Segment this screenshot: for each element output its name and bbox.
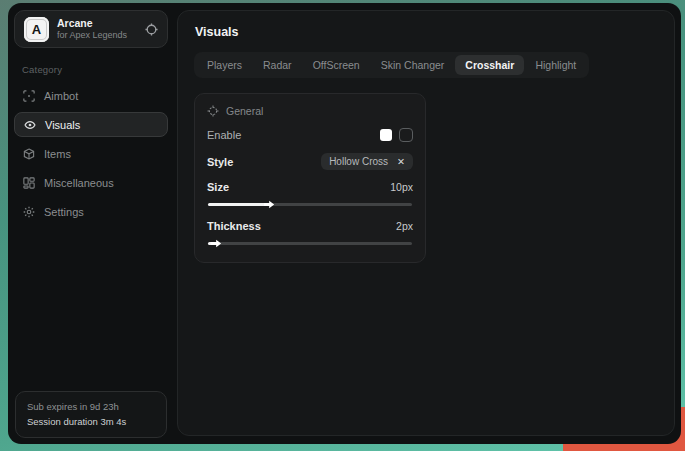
settings-gear-icon — [23, 206, 35, 218]
tab-radar[interactable]: Radar — [253, 55, 302, 75]
sidebar: A Arcane for Apex Legends Category — [8, 3, 173, 444]
style-label: Style — [207, 156, 233, 168]
sidebar-item-label: Settings — [44, 206, 84, 218]
sidebar-item-items[interactable]: Items — [14, 141, 168, 166]
tab-players[interactable]: Players — [197, 55, 252, 75]
thickness-value: 2px — [396, 220, 413, 232]
tab-offscreen[interactable]: OffScreen — [303, 55, 370, 75]
crosshair-target-icon[interactable] — [145, 23, 158, 36]
slider-thumb[interactable] — [211, 239, 221, 248]
app-title-block: Arcane for Apex Legends — [57, 17, 127, 41]
sidebar-item-label: Items — [44, 148, 71, 160]
style-select[interactable]: Hollow Cross ✕ — [321, 153, 413, 170]
sidebar-item-label: Aimbot — [44, 90, 78, 102]
category-label: Category — [22, 64, 162, 75]
size-label: Size — [207, 181, 229, 193]
session-duration-text: Session duration 3m 4s — [27, 414, 155, 429]
color-swatch[interactable] — [380, 129, 392, 141]
main-panel: Visuals Players Radar OffScreen Skin Cha… — [177, 10, 675, 436]
sidebar-item-miscellaneous[interactable]: Miscellaneous — [14, 170, 168, 195]
sidebar-item-label: Miscellaneous — [44, 177, 114, 189]
size-slider[interactable] — [208, 200, 412, 209]
sidebar-item-settings[interactable]: Settings — [14, 199, 168, 224]
thickness-row: Thickness 2px — [207, 220, 413, 232]
sub-expires-text: Sub expires in 9d 23h — [27, 399, 155, 414]
app-name: Arcane — [57, 17, 127, 30]
app-subtitle: for Apex Legends — [57, 30, 127, 41]
page-title: Visuals — [195, 25, 658, 39]
card-header: General — [207, 105, 413, 117]
size-row: Size 10px — [207, 181, 413, 193]
arcane-window: A Arcane for Apex Legends Category — [8, 3, 681, 444]
enable-label: Enable — [207, 129, 241, 141]
enable-row: Enable — [207, 128, 413, 142]
tab-skin-changer[interactable]: Skin Changer — [371, 55, 455, 75]
tab-highlight[interactable]: Highlight — [525, 55, 586, 75]
clear-icon[interactable]: ✕ — [397, 157, 405, 167]
thickness-label: Thickness — [207, 220, 261, 232]
miscellaneous-icon — [23, 177, 35, 189]
visuals-icon — [24, 119, 36, 131]
visuals-tabbar: Players Radar OffScreen Skin Changer Cro… — [194, 52, 589, 78]
sidebar-item-aimbot[interactable]: Aimbot — [14, 83, 168, 108]
card-title: General — [226, 105, 263, 117]
subscription-info-card: Sub expires in 9d 23h Session duration 3… — [15, 391, 167, 438]
app-header-card: A Arcane for Apex Legends — [14, 10, 168, 48]
items-icon — [23, 148, 35, 160]
general-crosshair-icon — [207, 105, 219, 117]
slider-thumb[interactable] — [264, 200, 274, 209]
style-row: Style Hollow Cross ✕ — [207, 153, 413, 170]
size-value: 10px — [390, 181, 413, 193]
sidebar-item-label: Visuals — [45, 119, 80, 131]
tab-crosshair[interactable]: Crosshair — [455, 55, 524, 75]
enable-checkbox[interactable] — [399, 128, 413, 142]
general-settings-card: General Enable Style Hollow Cross ✕ — [194, 93, 426, 263]
app-logo: A — [24, 17, 49, 42]
sidebar-item-visuals[interactable]: Visuals — [14, 112, 168, 137]
slider-track — [208, 242, 412, 245]
thickness-slider[interactable] — [208, 239, 412, 248]
aimbot-icon — [23, 90, 35, 102]
desktop-background: A Arcane for Apex Legends Category — [0, 0, 685, 451]
style-selected-value: Hollow Cross — [329, 156, 388, 167]
slider-fill — [208, 203, 269, 206]
